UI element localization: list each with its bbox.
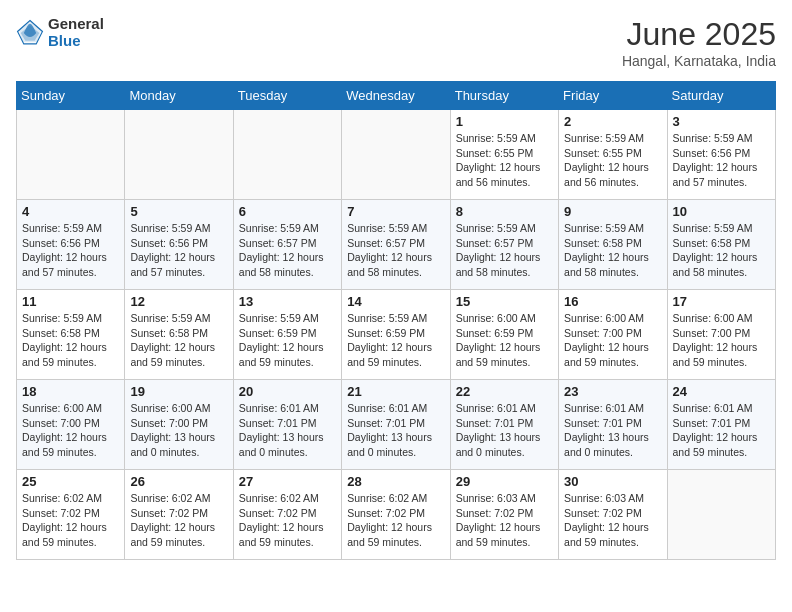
calendar-week-3: 11 Sunrise: 5:59 AMSunset: 6:58 PMDaylig…	[17, 290, 776, 380]
column-header-wednesday: Wednesday	[342, 82, 450, 110]
month-title: June 2025	[622, 16, 776, 53]
calendar-cell: 29 Sunrise: 6:03 AMSunset: 7:02 PMDaylig…	[450, 470, 558, 560]
day-number: 11	[22, 294, 119, 309]
day-info: Sunrise: 6:00 AMSunset: 7:00 PMDaylight:…	[130, 402, 215, 458]
calendar-week-5: 25 Sunrise: 6:02 AMSunset: 7:02 PMDaylig…	[17, 470, 776, 560]
logo-text: General Blue	[48, 16, 104, 49]
day-number: 14	[347, 294, 444, 309]
day-number: 7	[347, 204, 444, 219]
logo: General Blue	[16, 16, 104, 49]
calendar-cell: 14 Sunrise: 5:59 AMSunset: 6:59 PMDaylig…	[342, 290, 450, 380]
day-number: 25	[22, 474, 119, 489]
day-info: Sunrise: 6:02 AMSunset: 7:02 PMDaylight:…	[239, 492, 324, 548]
day-info: Sunrise: 6:02 AMSunset: 7:02 PMDaylight:…	[347, 492, 432, 548]
day-info: Sunrise: 6:00 AMSunset: 7:00 PMDaylight:…	[22, 402, 107, 458]
day-info: Sunrise: 6:00 AMSunset: 7:00 PMDaylight:…	[673, 312, 758, 368]
day-info: Sunrise: 6:02 AMSunset: 7:02 PMDaylight:…	[22, 492, 107, 548]
calendar-cell: 6 Sunrise: 5:59 AMSunset: 6:57 PMDayligh…	[233, 200, 341, 290]
day-number: 20	[239, 384, 336, 399]
day-number: 29	[456, 474, 553, 489]
day-info: Sunrise: 6:01 AMSunset: 7:01 PMDaylight:…	[564, 402, 649, 458]
day-number: 23	[564, 384, 661, 399]
day-number: 24	[673, 384, 770, 399]
calendar-cell	[667, 470, 775, 560]
calendar-cell	[125, 110, 233, 200]
day-info: Sunrise: 6:01 AMSunset: 7:01 PMDaylight:…	[673, 402, 758, 458]
day-info: Sunrise: 6:03 AMSunset: 7:02 PMDaylight:…	[456, 492, 541, 548]
day-number: 18	[22, 384, 119, 399]
day-number: 9	[564, 204, 661, 219]
day-info: Sunrise: 6:02 AMSunset: 7:02 PMDaylight:…	[130, 492, 215, 548]
day-number: 5	[130, 204, 227, 219]
day-number: 15	[456, 294, 553, 309]
day-number: 3	[673, 114, 770, 129]
calendar-week-2: 4 Sunrise: 5:59 AMSunset: 6:56 PMDayligh…	[17, 200, 776, 290]
calendar-cell: 8 Sunrise: 5:59 AMSunset: 6:57 PMDayligh…	[450, 200, 558, 290]
calendar-cell: 27 Sunrise: 6:02 AMSunset: 7:02 PMDaylig…	[233, 470, 341, 560]
day-info: Sunrise: 6:03 AMSunset: 7:02 PMDaylight:…	[564, 492, 649, 548]
column-header-saturday: Saturday	[667, 82, 775, 110]
day-info: Sunrise: 5:59 AMSunset: 6:58 PMDaylight:…	[130, 312, 215, 368]
column-header-sunday: Sunday	[17, 82, 125, 110]
day-number: 13	[239, 294, 336, 309]
calendar-cell: 13 Sunrise: 5:59 AMSunset: 6:59 PMDaylig…	[233, 290, 341, 380]
day-number: 10	[673, 204, 770, 219]
day-number: 28	[347, 474, 444, 489]
calendar-cell: 26 Sunrise: 6:02 AMSunset: 7:02 PMDaylig…	[125, 470, 233, 560]
day-number: 4	[22, 204, 119, 219]
calendar-cell: 15 Sunrise: 6:00 AMSunset: 6:59 PMDaylig…	[450, 290, 558, 380]
column-header-friday: Friday	[559, 82, 667, 110]
day-info: Sunrise: 6:00 AMSunset: 6:59 PMDaylight:…	[456, 312, 541, 368]
day-number: 21	[347, 384, 444, 399]
day-info: Sunrise: 6:01 AMSunset: 7:01 PMDaylight:…	[239, 402, 324, 458]
calendar-cell: 22 Sunrise: 6:01 AMSunset: 7:01 PMDaylig…	[450, 380, 558, 470]
calendar-cell: 21 Sunrise: 6:01 AMSunset: 7:01 PMDaylig…	[342, 380, 450, 470]
day-info: Sunrise: 6:01 AMSunset: 7:01 PMDaylight:…	[347, 402, 432, 458]
column-header-monday: Monday	[125, 82, 233, 110]
calendar-cell: 2 Sunrise: 5:59 AMSunset: 6:55 PMDayligh…	[559, 110, 667, 200]
day-number: 16	[564, 294, 661, 309]
day-number: 22	[456, 384, 553, 399]
day-info: Sunrise: 5:59 AMSunset: 6:59 PMDaylight:…	[347, 312, 432, 368]
calendar-cell: 7 Sunrise: 5:59 AMSunset: 6:57 PMDayligh…	[342, 200, 450, 290]
calendar-header-row: SundayMondayTuesdayWednesdayThursdayFrid…	[17, 82, 776, 110]
calendar-table: SundayMondayTuesdayWednesdayThursdayFrid…	[16, 81, 776, 560]
day-info: Sunrise: 5:59 AMSunset: 6:57 PMDaylight:…	[239, 222, 324, 278]
day-info: Sunrise: 6:00 AMSunset: 7:00 PMDaylight:…	[564, 312, 649, 368]
day-info: Sunrise: 5:59 AMSunset: 6:55 PMDaylight:…	[564, 132, 649, 188]
day-info: Sunrise: 5:59 AMSunset: 6:58 PMDaylight:…	[22, 312, 107, 368]
day-number: 26	[130, 474, 227, 489]
day-info: Sunrise: 5:59 AMSunset: 6:57 PMDaylight:…	[347, 222, 432, 278]
calendar-cell: 25 Sunrise: 6:02 AMSunset: 7:02 PMDaylig…	[17, 470, 125, 560]
day-number: 6	[239, 204, 336, 219]
calendar-cell	[17, 110, 125, 200]
column-header-thursday: Thursday	[450, 82, 558, 110]
calendar-cell: 10 Sunrise: 5:59 AMSunset: 6:58 PMDaylig…	[667, 200, 775, 290]
calendar-cell: 12 Sunrise: 5:59 AMSunset: 6:58 PMDaylig…	[125, 290, 233, 380]
page-header: General Blue June 2025 Hangal, Karnataka…	[16, 16, 776, 69]
day-info: Sunrise: 5:59 AMSunset: 6:56 PMDaylight:…	[673, 132, 758, 188]
logo-general: General	[48, 16, 104, 33]
day-number: 27	[239, 474, 336, 489]
day-number: 17	[673, 294, 770, 309]
day-info: Sunrise: 6:01 AMSunset: 7:01 PMDaylight:…	[456, 402, 541, 458]
calendar-cell: 30 Sunrise: 6:03 AMSunset: 7:02 PMDaylig…	[559, 470, 667, 560]
day-number: 19	[130, 384, 227, 399]
location: Hangal, Karnataka, India	[622, 53, 776, 69]
calendar-cell	[233, 110, 341, 200]
title-block: June 2025 Hangal, Karnataka, India	[622, 16, 776, 69]
calendar-cell: 17 Sunrise: 6:00 AMSunset: 7:00 PMDaylig…	[667, 290, 775, 380]
calendar-cell: 18 Sunrise: 6:00 AMSunset: 7:00 PMDaylig…	[17, 380, 125, 470]
calendar-cell: 19 Sunrise: 6:00 AMSunset: 7:00 PMDaylig…	[125, 380, 233, 470]
day-info: Sunrise: 5:59 AMSunset: 6:59 PMDaylight:…	[239, 312, 324, 368]
calendar-cell	[342, 110, 450, 200]
logo-icon	[16, 19, 44, 47]
calendar-week-4: 18 Sunrise: 6:00 AMSunset: 7:00 PMDaylig…	[17, 380, 776, 470]
day-number: 2	[564, 114, 661, 129]
day-number: 1	[456, 114, 553, 129]
calendar-cell: 23 Sunrise: 6:01 AMSunset: 7:01 PMDaylig…	[559, 380, 667, 470]
day-number: 8	[456, 204, 553, 219]
calendar-cell: 3 Sunrise: 5:59 AMSunset: 6:56 PMDayligh…	[667, 110, 775, 200]
logo-blue: Blue	[48, 33, 104, 50]
calendar-cell: 1 Sunrise: 5:59 AMSunset: 6:55 PMDayligh…	[450, 110, 558, 200]
